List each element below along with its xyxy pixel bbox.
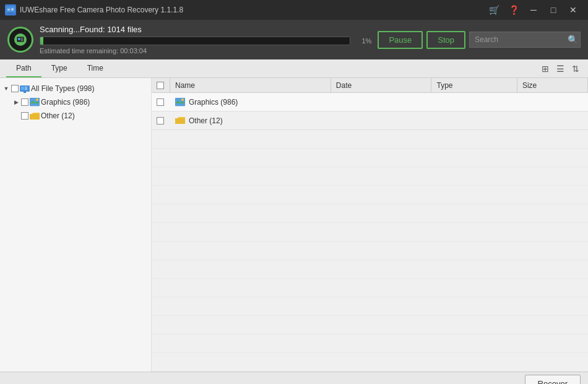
tree-icon-all [20,84,30,94]
title-bar: IUWEshare Free Camera Photo Recovery 1.1… [0,0,588,20]
header-name[interactable]: Name [170,78,331,92]
tree-item-other[interactable]: ▶ Other (12) [0,109,151,123]
svg-rect-8 [21,40,23,41]
progress-row: 1% [40,37,371,45]
recover-button[interactable]: Recover [525,375,581,384]
file-row-other[interactable]: Other (12) [152,111,588,130]
tree-item-all-file-types[interactable]: ▼ All File Types (998) [0,82,151,95]
svg-rect-13 [25,88,27,89]
maximize-button[interactable]: □ [543,2,563,17]
estimated-time: Estimated time remaining: 00:03:04 [40,47,371,55]
close-button[interactable]: ✕ [563,2,583,17]
file-size-other [517,111,588,129]
header-checkbox[interactable] [157,82,164,89]
header-date[interactable]: Date [331,78,432,92]
file-name-graphics: Graphics (986) [170,93,331,111]
file-list-panel: Name Date Type Size Graphics (986) [152,78,588,372]
header-check[interactable] [152,78,170,92]
window-controls: 🛒 ❓ ─ □ ✕ [484,2,583,17]
help-button[interactable]: ❓ [504,2,524,17]
scan-bar: Scanning...Found: 1014 files 1% Estimate… [0,20,588,59]
scan-status-text: Scanning...Found: 1014 files [40,25,371,34]
svg-point-21 [181,98,184,101]
scan-icon-inner [14,33,27,46]
tree-checkbox-graphics[interactable] [21,98,28,106]
tree-icon-graphics [30,97,40,107]
tab-bar-left: Path Type Time [6,60,113,77]
tree-checkbox-all[interactable] [11,85,19,92]
file-check-graphics[interactable] [152,93,170,111]
empty-rows [152,130,588,372]
file-date-graphics [331,93,432,111]
tab-bar: Path Type Time ⊞ ☰ ⇅ [0,59,588,78]
svg-rect-7 [21,39,23,40]
file-type-graphics [432,93,517,111]
tab-bar-right: ⊞ ☰ ⇅ [539,63,582,75]
scan-buttons: Pause Stop 🔍 [378,31,581,49]
tab-type[interactable]: Type [41,60,77,77]
content-split: ▼ All File Types (998) ▶ [0,78,588,372]
file-name-other: Other (12) [170,111,331,129]
svg-rect-15 [24,92,26,93]
tree-label-graphics: Graphics (986) [41,98,90,107]
svg-point-18 [36,98,38,101]
tree-checkbox-other[interactable] [21,112,28,120]
svg-rect-5 [18,38,20,40]
progress-bar-fill [40,37,43,45]
progress-bar-container [40,37,350,45]
row-checkbox-other[interactable] [157,117,164,124]
tab-path[interactable]: Path [6,60,41,77]
progress-percent: 1% [354,37,371,45]
row-checkbox-graphics[interactable] [157,98,164,106]
title-bar-left: IUWEshare Free Camera Photo Recovery 1.1… [5,4,183,15]
file-type-other [432,111,517,129]
tab-time[interactable]: Time [77,60,113,77]
search-icon-button[interactable]: 🔍 [568,35,578,45]
svg-rect-6 [21,38,23,38]
stop-button[interactable]: Stop [426,31,465,49]
sort-button[interactable]: ⇅ [569,63,582,75]
store-button[interactable]: 🛒 [484,2,504,17]
file-size-graphics [517,93,588,111]
tree-item-graphics[interactable]: ▶ Graphics (986) [0,95,151,109]
list-view-button[interactable]: ☰ [554,63,567,75]
svg-point-3 [11,8,14,11]
tree-panel: ▼ All File Types (998) ▶ [0,78,152,372]
header-type[interactable]: Type [431,78,517,92]
scan-status-icon [7,27,33,53]
pause-button[interactable]: Pause [378,31,423,49]
search-wrapper: 🔍 [469,31,581,49]
svg-rect-11 [21,87,24,90]
svg-rect-14 [25,89,27,90]
svg-rect-9 [19,42,22,43]
file-list-header: Name Date Type Size [152,78,588,93]
app-title: IUWEshare Free Camera Photo Recovery 1.1… [20,6,183,14]
svg-rect-12 [25,87,27,87]
file-row-graphics[interactable]: Graphics (986) [152,93,588,111]
tree-label-all: All File Types (998) [31,84,95,93]
file-check-other[interactable] [152,111,170,129]
svg-rect-2 [7,9,10,11]
tree-label-other: Other (12) [41,111,75,120]
search-input[interactable] [469,32,581,48]
svg-rect-1 [8,12,13,14]
tree-expander-all[interactable]: ▼ [2,85,10,92]
grid-view-button[interactable]: ⊞ [539,63,551,75]
scan-details: Scanning...Found: 1014 files 1% Estimate… [40,25,371,55]
app-icon [5,4,16,15]
minimize-button[interactable]: ─ [524,2,543,17]
header-size[interactable]: Size [517,78,588,92]
row-icon-other [175,116,185,126]
tree-expander-graphics[interactable]: ▶ [12,98,20,106]
row-icon-graphics [175,97,185,107]
bottom-bar: Recover [0,372,588,384]
tree-icon-other [30,111,40,121]
file-date-other [331,111,432,129]
